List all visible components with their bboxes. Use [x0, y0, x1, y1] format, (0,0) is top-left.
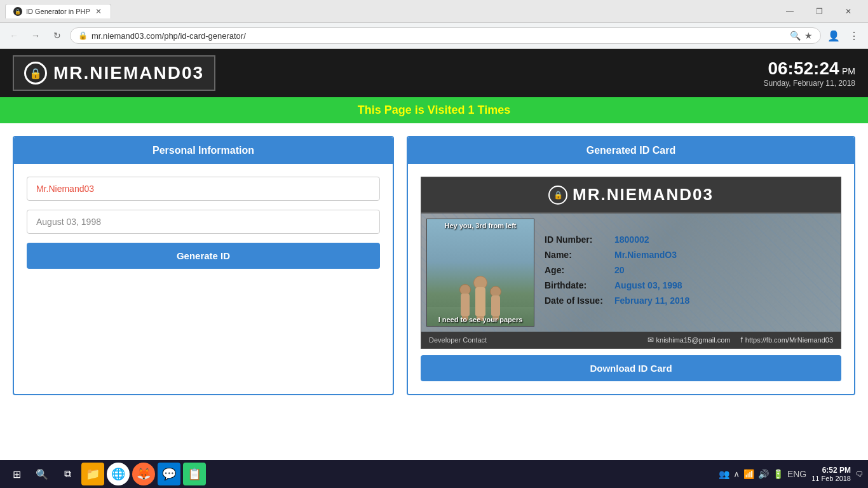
age-value: 20 [614, 265, 625, 275]
id-card-header: 🔒 MR.NIEMAND03 [421, 177, 841, 214]
name-value: Mr.NiemandO3 [614, 250, 677, 260]
footer-email-text: knishima15@gmail.com [656, 336, 731, 344]
browser-tab[interactable]: 🔒 ID Generator in PHP ✕ [5, 4, 111, 18]
generated-id-header: Generated ID Card [408, 137, 854, 164]
tab-title: ID Generator in PHP [26, 8, 90, 15]
forward-button[interactable]: → [27, 27, 44, 44]
minimize-button[interactable]: — [775, 1, 804, 22]
logo-lock-icon: 🔒 [24, 62, 47, 85]
id-card-body: Hey you, 3rd from left [421, 214, 841, 332]
issue-value: February 11, 2018 [614, 295, 689, 306]
birthdate-label: Birthdate: [545, 280, 614, 290]
id-number-value: 1800002 [614, 234, 649, 245]
id-number-row: ID Number: 1800002 [545, 234, 831, 245]
download-id-card-button[interactable]: Download ID Card [421, 355, 841, 381]
photo-label-bottom: I need to see your papers [427, 316, 534, 323]
ssl-lock-icon: 🔒 [78, 31, 88, 40]
tab-favicon: 🔒 [13, 7, 22, 16]
url-text: mr.niemand03.com/php/id-card-generator/ [92, 31, 786, 41]
footer-fb-text: https://fb.com/MrNiemand03 [745, 336, 833, 344]
clock-time: 06:52:24 [768, 58, 839, 78]
personal-info-header: Personal Information [14, 137, 393, 164]
id-info: ID Number: 1800002 Name: Mr.NiemandO3 Ag… [539, 219, 836, 327]
personal-info-body: Generate ID [14, 164, 393, 281]
age-label: Age: [545, 265, 614, 275]
id-photo: Hey you, 3rd from left [426, 219, 534, 327]
birthdate-value: August 03, 1998 [614, 280, 682, 290]
site-clock: 06:52:24 PM Sunday, February 11, 2018 [763, 58, 855, 88]
id-card-logo-lock: 🔒 [548, 186, 567, 205]
meerkat-illustration [427, 219, 534, 326]
id-card-container: 🔒 MR.NIEMAND03 Hey you, 3rd from left [408, 164, 854, 394]
issue-label: Date of Issue: [545, 295, 614, 306]
id-number-label: ID Number: [545, 234, 614, 245]
address-bar-icons: 🔍 ★ [790, 30, 813, 41]
photo-label-top: Hey you, 3rd from left [427, 222, 534, 229]
id-card: 🔒 MR.NIEMAND03 Hey you, 3rd from left [421, 177, 841, 349]
generate-id-button[interactable]: Generate ID [27, 243, 380, 269]
site-header: 🔒 MR.NIEMAND03 06:52:24 PM Sunday, Febru… [0, 49, 868, 97]
back-button[interactable]: ← [5, 27, 23, 44]
browser-actions: 👤 ⋮ [825, 27, 863, 44]
star-icon[interactable]: ★ [804, 30, 813, 41]
issue-row: Date of Issue: February 11, 2018 [545, 295, 831, 306]
logo-text: MR.NIEMAND03 [53, 63, 204, 83]
birthdate-row: Birthdate: August 03, 1998 [545, 280, 831, 290]
dob-input[interactable] [27, 210, 380, 234]
website: 🔒 MR.NIEMAND03 06:52:24 PM Sunday, Febru… [0, 49, 868, 408]
menu-button[interactable]: ⋮ [845, 27, 863, 44]
main-content: Personal Information Generate ID Generat… [0, 123, 868, 408]
id-card-logo-text: MR.NIEMAND03 [573, 185, 714, 205]
search-icon: 🔍 [790, 30, 801, 41]
generated-id-panel: Generated ID Card 🔒 MR.NIEMAND03 Hey you… [407, 136, 855, 395]
facebook-icon: f [740, 336, 742, 344]
footer-contact: ✉ knishima15@gmail.com f https://fb.com/… [648, 336, 833, 344]
footer-email: ✉ knishima15@gmail.com [648, 336, 731, 344]
maximize-button[interactable]: ❐ [804, 1, 834, 22]
window-controls: — ❐ ✕ [775, 1, 863, 22]
refresh-button[interactable]: ↻ [48, 27, 66, 44]
footer-facebook: f https://fb.com/MrNiemand03 [740, 336, 833, 344]
name-row: Name: Mr.NiemandO3 [545, 250, 831, 260]
personal-info-panel: Personal Information Generate ID [13, 136, 394, 395]
visit-banner: This Page is Visited 1 Times [0, 97, 868, 123]
close-window-button[interactable]: ✕ [834, 1, 863, 22]
site-logo: 🔒 MR.NIEMAND03 [13, 55, 215, 91]
age-row: Age: 20 [545, 265, 831, 275]
browser-nav-bar: ← → ↻ 🔒 mr.niemand03.com/php/id-card-gen… [0, 23, 868, 48]
clock-date: Sunday, February 11, 2018 [763, 79, 855, 88]
email-icon: ✉ [648, 336, 654, 344]
id-card-footer: Developer Contact ✉ knishima15@gmail.com… [421, 332, 841, 348]
browser-title-bar: 🔒 ID Generator in PHP ✕ — ❐ ✕ [0, 0, 868, 23]
name-input[interactable] [27, 177, 380, 201]
tab-close-button[interactable]: ✕ [94, 7, 103, 16]
footer-label: Developer Contact [429, 336, 487, 344]
profile-icon[interactable]: 👤 [825, 27, 843, 44]
address-bar[interactable]: 🔒 mr.niemand03.com/php/id-card-generator… [70, 27, 821, 44]
clock-ampm: PM [842, 66, 855, 76]
name-label: Name: [545, 250, 614, 260]
browser-chrome: 🔒 ID Generator in PHP ✕ — ❐ ✕ ← → ↻ 🔒 mr… [0, 0, 868, 49]
